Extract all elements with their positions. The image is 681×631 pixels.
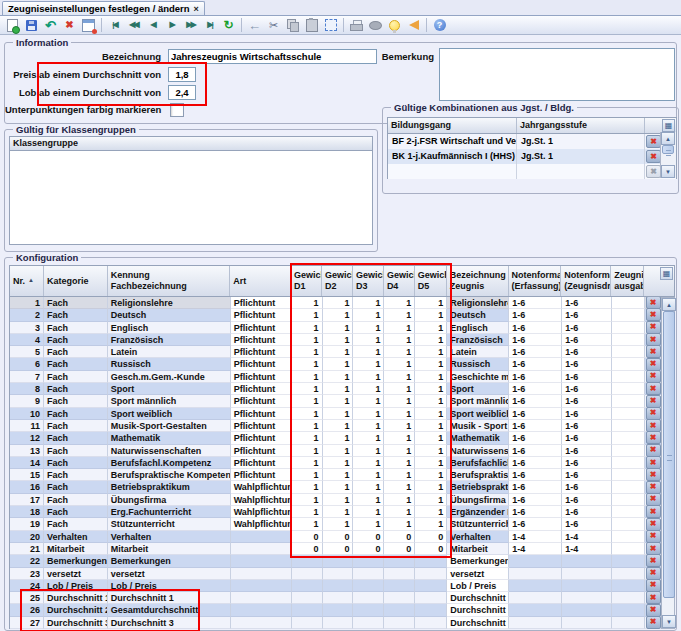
cell-d5[interactable]: 1 [415, 481, 447, 493]
cell-bezeichnung[interactable]: Stützunterricht [447, 518, 509, 530]
cell-d4[interactable]: 1 [384, 420, 415, 432]
table-row[interactable]: 13FachNaturwissenschaftenPflichtunt11111… [10, 445, 661, 457]
cell-nf2[interactable]: 1-6 [562, 322, 612, 334]
cell-d3[interactable]: 1 [353, 457, 384, 469]
cell-nr[interactable]: 25 [10, 592, 44, 604]
cell-kennung[interactable]: Musik-Sport-Gestalten [108, 420, 231, 432]
cell-d2[interactable] [323, 555, 354, 567]
cell-d2[interactable]: 0 [323, 543, 354, 555]
cell-nf1[interactable]: 1-6 [509, 309, 562, 321]
cell-kategorie[interactable]: Fach [44, 408, 108, 420]
cell-d4[interactable]: 1 [384, 322, 415, 334]
cell-kategorie[interactable]: Fach [44, 297, 108, 309]
delete-row-icon[interactable]: ✖ [646, 481, 661, 494]
cell-d5[interactable]: 1 [415, 420, 447, 432]
delete-row-icon[interactable]: ✖ [646, 505, 661, 518]
nav-fast-next-button[interactable] [181, 17, 200, 34]
cell-kategorie[interactable]: Fach [44, 383, 108, 395]
cell-bezeichnung[interactable]: Betriebsprakti... [447, 481, 509, 493]
cell-kennung[interactable]: Latein [108, 346, 231, 358]
cell-nf1[interactable] [509, 555, 562, 567]
back-button[interactable] [245, 17, 264, 34]
cell-nf2[interactable]: 1-6 [562, 445, 612, 457]
cell-nf1[interactable]: 1-6 [509, 358, 562, 370]
cell[interactable]: Jg.St. 1 [517, 149, 645, 164]
cell-nf1[interactable] [509, 580, 562, 592]
table-row[interactable]: 7FachGesch.m.Gem.-KundePflichtunt11111Ge… [10, 371, 661, 383]
delete-row-icon[interactable]: ✖ [646, 567, 661, 580]
cell-kategorie[interactable]: Fach [44, 371, 108, 383]
cell-d5[interactable] [415, 604, 447, 616]
cell-d1[interactable]: 1 [292, 322, 323, 334]
cell-d4[interactable] [384, 568, 415, 580]
cell-nf2[interactable]: 1-6 [562, 297, 612, 309]
table-row[interactable]: 19FachStützunterrichtWahlpflichtunt11111… [10, 518, 661, 530]
cell-d2[interactable]: 1 [323, 420, 354, 432]
cell-d2[interactable]: 1 [323, 309, 354, 321]
delete-row-icon[interactable]: ✖ [646, 530, 661, 543]
cell-d4[interactable]: 1 [384, 445, 415, 457]
cell-d5[interactable]: 1 [415, 309, 447, 321]
cell-d1[interactable]: 1 [292, 420, 323, 432]
cell-ausgabe[interactable] [612, 420, 645, 432]
cell-d4[interactable]: 1 [384, 334, 415, 346]
delete-row-icon[interactable]: ✖ [646, 542, 661, 555]
cell-nr[interactable]: 21 [10, 543, 44, 555]
bemerkung-textarea[interactable] [439, 48, 675, 101]
cell-d2[interactable]: 1 [323, 383, 354, 395]
cell-bezeichnung[interactable]: Sport [447, 383, 509, 395]
cut-button[interactable] [264, 17, 283, 34]
cell-d4[interactable] [384, 580, 415, 592]
delete-row-icon[interactable]: ✖ [646, 382, 661, 395]
delete-row-icon[interactable]: ✖ [646, 493, 661, 506]
cell-bezeichnung[interactable]: Bemerkungen [447, 555, 509, 567]
cell-nf2[interactable]: 1-6 [562, 506, 612, 518]
nav-fast-prev-button[interactable] [124, 17, 143, 34]
cell-d2[interactable]: 1 [323, 506, 354, 518]
cell-d5[interactable]: 0 [415, 531, 447, 543]
cell-d4[interactable]: 1 [384, 395, 415, 407]
cell-nf2[interactable]: 1-6 [562, 457, 612, 469]
cell-d4[interactable]: 1 [384, 518, 415, 530]
cell-d4[interactable] [384, 604, 415, 616]
cell-nf1[interactable]: 1-6 [509, 518, 562, 530]
cell-ausgabe[interactable] [612, 408, 645, 420]
cell-nf1[interactable]: 1-6 [509, 481, 562, 493]
cell-d5[interactable]: 1 [415, 322, 447, 334]
cell-nf1[interactable]: 1-6 [509, 383, 562, 395]
cell-nf2[interactable]: 1-6 [562, 358, 612, 370]
delete-row-icon[interactable]: ✖ [646, 370, 661, 383]
cell-nr[interactable]: 22 [10, 555, 44, 567]
cell-kennung[interactable]: Übungsfirma [108, 494, 231, 506]
cell-ausgabe[interactable] [612, 322, 645, 334]
cell-d3[interactable] [353, 568, 384, 580]
cell-kategorie[interactable]: Fach [44, 358, 108, 370]
delete-row-icon[interactable]: ✖ [646, 395, 661, 408]
cell-bezeichnung[interactable]: Lob / Preis [447, 580, 509, 592]
cell-nf1[interactable]: 1-6 [509, 457, 562, 469]
cell-ausgabe[interactable] [612, 592, 645, 604]
cell-bezeichnung[interactable]: Durchschnitt 3 [447, 617, 509, 629]
cell-d5[interactable]: 1 [415, 408, 447, 420]
cell-d2[interactable] [323, 580, 354, 592]
delete-row-icon[interactable]: ✖ [646, 431, 661, 444]
cell-ausgabe[interactable] [612, 469, 645, 481]
cell-d5[interactable] [415, 555, 447, 567]
table-row[interactable]: 11FachMusik-Sport-GestaltenPflichtunt111… [10, 420, 661, 432]
cell-nf1[interactable]: 1-6 [509, 371, 562, 383]
cell-d1[interactable]: 1 [292, 469, 323, 481]
cell-d4[interactable] [384, 592, 415, 604]
delete-row-icon[interactable]: ✖ [646, 518, 661, 531]
cell-d3[interactable]: 1 [353, 383, 384, 395]
cell-d2[interactable]: 1 [323, 445, 354, 457]
cell-d4[interactable]: 1 [384, 457, 415, 469]
cell-art[interactable]: Wahlpflichtunt [231, 518, 292, 530]
cell-art[interactable]: Wahlpflichtunt [231, 494, 292, 506]
undo-button[interactable] [41, 17, 60, 34]
cell-d3[interactable] [353, 580, 384, 592]
cell-kategorie[interactable]: Durchschnitt 2 [44, 604, 108, 616]
cell-d2[interactable]: 1 [323, 297, 354, 309]
cell-bezeichnung[interactable]: Musik - Sport ... [447, 420, 509, 432]
kombination-row[interactable]: ✖ [388, 164, 676, 179]
column-chooser-icon[interactable]: ▦ [660, 267, 673, 280]
